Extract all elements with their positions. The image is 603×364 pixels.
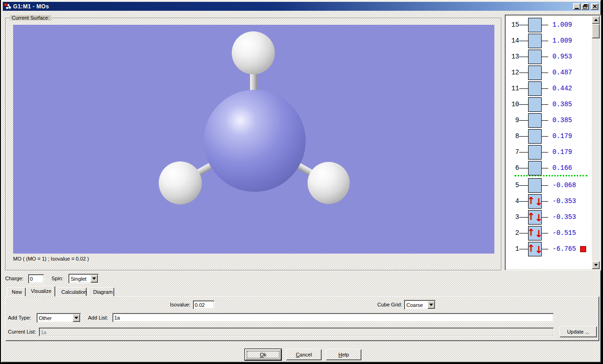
mo-level-line [519, 152, 528, 153]
mo-selected-marker [580, 246, 586, 252]
cancel-button[interactable]: Cancel [286, 349, 322, 360]
mo-energy-value: 1.009 [552, 21, 572, 29]
mo-row[interactable]: 5-0.068 [506, 177, 593, 193]
mo-row[interactable]: 80.179 [506, 128, 593, 144]
spin-down-arrow: ↓ [535, 212, 542, 225]
mo-level-line [519, 88, 528, 89]
homo-lumo-separator [515, 175, 588, 176]
mo-energy-value: 0.179 [552, 132, 572, 140]
scroll-up-icon [594, 17, 598, 21]
tab-new[interactable]: New [7, 287, 26, 297]
mo-level-box [528, 178, 542, 193]
scroll-up-button[interactable] [592, 16, 600, 24]
mo-index-label: 14 [506, 37, 519, 44]
window-title: G1:M1 - MOs [13, 3, 49, 10]
charge-input[interactable] [28, 274, 44, 284]
titlebar[interactable]: G1:M1 - MOs [3, 2, 599, 11]
mo-index-label: 12 [506, 69, 519, 76]
mo-level-line [542, 73, 548, 73]
mo-scrollbar[interactable] [592, 16, 600, 269]
mo-level-line [542, 57, 548, 57]
mo-level-box [528, 81, 542, 96]
mo-level-line [542, 201, 548, 202]
mo-level-box [528, 129, 542, 144]
mo-level-box: ↑↓ [528, 242, 542, 256]
molecule-viewport[interactable] [13, 25, 494, 254]
hydrogen-atom-right [308, 162, 350, 204]
scroll-down-button[interactable] [592, 261, 600, 269]
desktop-background: G1:M1 - MOs [0, 0, 603, 364]
mo-level-line [542, 185, 548, 186]
mo-level-line [542, 233, 548, 233]
mo-index-label: 9 [506, 116, 519, 124]
mo-level-box: ↑↓ [528, 210, 542, 225]
spin-select[interactable]: Singlet [68, 274, 99, 284]
mo-index-label: 1 [506, 245, 519, 253]
mo-energy-panel: 151.009141.009130.953120.487110.442100.3… [505, 15, 601, 270]
mo-row[interactable]: 110.442 [506, 80, 593, 96]
mo-index-label: 13 [506, 53, 519, 60]
mo-energy-value: 0.953 [552, 53, 572, 60]
mo-energy-value: -0.068 [552, 182, 576, 189]
mo-level-line [519, 57, 528, 57]
mo-level-line [542, 152, 548, 153]
scrollbar-thumb[interactable] [592, 24, 600, 38]
mo-row[interactable]: 1↑↓-6.765 [506, 241, 593, 257]
mo-level-line [542, 120, 548, 121]
mo-row[interactable]: 4↑↓-0.353 [506, 193, 593, 209]
mo-level-line [519, 41, 528, 41]
close-button[interactable] [591, 3, 598, 10]
mo-level-line [542, 249, 548, 249]
tab-calculation[interactable]: Calculation [57, 287, 87, 297]
mo-row[interactable]: 141.009 [506, 33, 593, 49]
mo-row[interactable]: 100.385 [506, 96, 593, 112]
chevron-down-icon [92, 277, 96, 282]
tab-visualize[interactable]: Visualize [26, 286, 55, 297]
spin-dropdown-button[interactable] [90, 275, 98, 283]
tab-diagram[interactable]: Diagram [88, 287, 114, 297]
mo-row[interactable]: 120.487 [506, 65, 593, 80]
mo-row[interactable]: 2↑↓-0.515 [506, 225, 593, 241]
mo-energy-value: 0.487 [552, 69, 572, 76]
mo-row[interactable]: 151.009 [506, 17, 593, 33]
mo-energy-value: -0.515 [552, 229, 576, 237]
mo-level-box [528, 145, 542, 160]
spin-up-arrow: ↑ [528, 211, 535, 223]
mo-level-line [519, 73, 528, 73]
mo-rows: 151.009141.009130.953120.487110.442100.3… [506, 16, 593, 269]
mo-energy-value: 0.442 [552, 85, 572, 92]
spin-up-arrow: ↑ [528, 226, 535, 239]
mo-level-box: ↑↓ [528, 194, 542, 209]
hydrogen-atom-left [159, 161, 202, 204]
hydrogen-atom-top [232, 31, 275, 74]
mo-row[interactable]: 130.953 [506, 49, 593, 65]
ok-button[interactable]: Ok [245, 349, 281, 360]
help-button[interactable]: Help [326, 349, 361, 360]
mo-index-label: 5 [506, 182, 519, 189]
mo-index-label: 2 [506, 229, 519, 237]
surface-caption: MO ( (MO = 1) ; Isovalue = 0.02 ) [13, 256, 89, 262]
mo-row[interactable]: 90.385 [506, 112, 593, 128]
mo-energy-value: 0.385 [552, 116, 572, 124]
spin-value: Singlet [69, 276, 90, 282]
window-controls [573, 3, 598, 10]
mo-energy-value: 1.009 [552, 37, 572, 44]
spin-down-arrow: ↓ [535, 196, 542, 209]
mo-level-line [542, 41, 548, 41]
mo-row[interactable]: 3↑↓-0.353 [506, 209, 593, 225]
mo-row[interactable]: 60.166 [506, 160, 593, 176]
mo-level-line [519, 168, 528, 168]
scroll-down-icon [594, 264, 598, 268]
mo-level-line [519, 104, 528, 105]
minimize-button[interactable] [573, 3, 581, 10]
current-surface-label: Current Surface: [10, 15, 51, 21]
visualize-tab-page [5, 296, 599, 341]
window-icon[interactable] [4, 3, 12, 10]
spin-down-arrow: ↓ [535, 228, 542, 240]
mo-index-label: 7 [506, 148, 519, 156]
restore-button[interactable] [581, 3, 589, 10]
charge-label: Charge: [5, 276, 23, 281]
mo-row[interactable]: 70.179 [506, 144, 593, 160]
mo-index-label: 4 [506, 197, 519, 205]
spin-up-arrow: ↑ [528, 195, 535, 207]
